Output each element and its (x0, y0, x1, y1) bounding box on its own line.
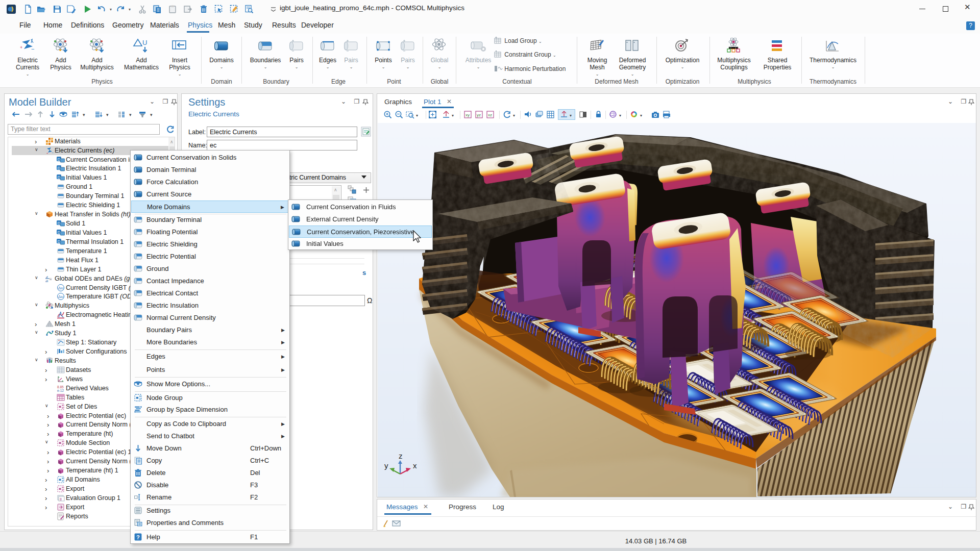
svg-text:+: + (20, 45, 22, 50)
svg-text:xz: xz (488, 113, 492, 117)
svg-text:y: y (384, 461, 388, 470)
svg-text:xy: xy (465, 113, 470, 117)
svg-text:U: U (142, 39, 147, 46)
svg-text:yz: yz (477, 113, 481, 117)
svg-text:z: z (399, 452, 403, 460)
svg-text:x: x (413, 461, 417, 470)
